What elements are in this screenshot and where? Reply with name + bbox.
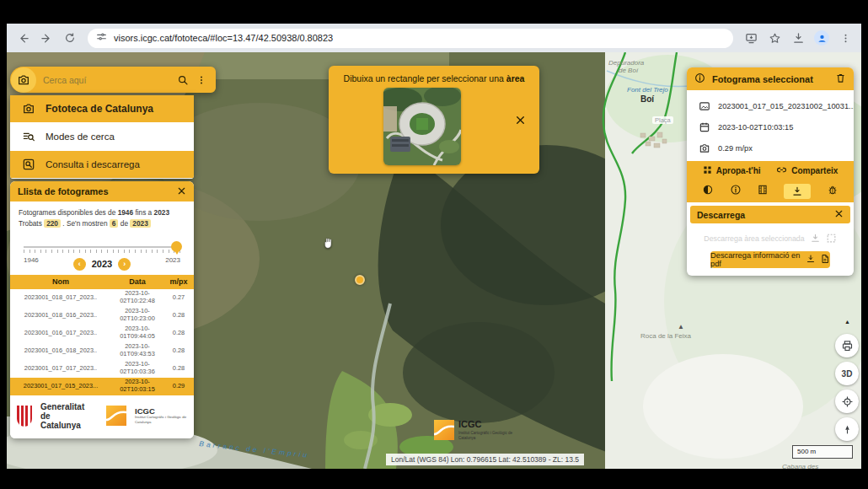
stadium-illustration	[383, 88, 461, 165]
sidebar-item-consulta[interactable]: Consulta i descarrega	[10, 151, 194, 179]
geolocate-button[interactable]	[835, 390, 859, 413]
camera-icon	[22, 102, 35, 116]
draw-rectangle-dialog: Dibuixa un rectangle per seleccionar una…	[329, 66, 539, 174]
sidebar-item-label: Consulta i descarrega	[46, 159, 140, 169]
dialog-close-icon[interactable]	[515, 114, 526, 129]
photo-date-row: 2023-10-02T10:03:15	[687, 116, 854, 137]
download-area-button[interactable]: Descarrega àrea seleccionada	[687, 228, 854, 250]
photo-datetime: 2023-10-02T10:03:15	[718, 123, 793, 132]
slider-handle[interactable]	[171, 241, 182, 252]
table-row[interactable]: 2023001_016_018_2023..2023-10-01T09:43:5…	[10, 342, 194, 360]
download-section-title: Descarrega	[697, 210, 745, 220]
report-bug-icon[interactable]	[827, 184, 839, 199]
downloads-icon[interactable]	[787, 27, 809, 49]
share-button[interactable]: Comparteix	[776, 164, 838, 177]
browser-menu-icon[interactable]	[834, 27, 856, 49]
download-section-header: Descarrega	[690, 206, 850, 223]
address-bar[interactable]: visors.icgc.cat/fototeca/#loc=13.47/42.5…	[88, 29, 733, 48]
example-area-thumbnail	[383, 88, 461, 165]
photo-name: 2023001_017_015_20231002_10031...	[718, 102, 854, 110]
photo-center-marker[interactable]	[355, 275, 365, 285]
generalitat-logo-icon	[17, 406, 32, 427]
download-close-icon[interactable]	[834, 209, 844, 220]
search-input[interactable]	[36, 75, 174, 85]
photo-details: 2023001_017_015_20231002_10031... 2023-1…	[687, 90, 854, 159]
filmstrip-icon[interactable]	[757, 184, 769, 199]
found-count-badge: 220	[44, 219, 61, 228]
dialog-instruction: Dibuixa un rectangle per seleccionar una…	[329, 73, 539, 83]
sidebar-item-fototeca[interactable]: Fototeca de Catalunya	[10, 95, 194, 123]
table-row-selected[interactable]: 2023001_017_015_2023...2023-10-02T10:03:…	[10, 378, 194, 395]
search-list-icon	[22, 130, 35, 143]
sidebar-item-label: Fototeca de Catalunya	[46, 103, 153, 115]
app-window: visors.icgc.cat/fototeca/#loc=13.47/42.5…	[0, 0, 868, 489]
map-label-placa: Plaça	[652, 116, 673, 124]
compass-north-button[interactable]	[835, 417, 859, 441]
table-row[interactable]: 2023001_018_017_2023..2023-10-02T10:22:4…	[10, 289, 194, 307]
availability-text: Fotogrames disponibles des de 1946 fins …	[10, 202, 194, 233]
slider-range-labels: 1946 2023	[24, 256, 180, 264]
photo-panel-header: Fotograma seleccionat	[687, 67, 854, 90]
fotogrames-table: Nom Data m/px 2023001_018_017_2023..2023…	[10, 275, 194, 395]
controls-expand-caret[interactable]: ▲	[844, 319, 850, 325]
map-canvas[interactable]: Depuradora de Boí Font del Trejo Boí Pla…	[7, 52, 861, 469]
map-label-cabana: Cabana des	[782, 463, 818, 469]
calendar-icon	[699, 121, 710, 133]
peak-icon: ▲	[678, 323, 684, 330]
download-icon	[806, 254, 816, 266]
year-badge: 2023	[130, 219, 150, 228]
hand-cursor	[322, 237, 335, 253]
table-row[interactable]: 2023001_017_017_2023..2023-10-02T10:03:3…	[10, 360, 194, 378]
photo-info-icon[interactable]	[730, 184, 742, 199]
close-icon[interactable]	[177, 186, 186, 197]
search-icon[interactable]	[174, 71, 192, 89]
shown-count-badge: 6	[110, 219, 119, 228]
icgc-logo-icon	[434, 420, 454, 440]
download-icon	[810, 233, 821, 245]
photo-actions: Apropa-t'hi Comparteix	[687, 161, 854, 202]
download-photo-icon[interactable]	[784, 184, 811, 199]
send-to-device-icon[interactable]	[740, 27, 762, 49]
sidebar-item-modes[interactable]: Modes de cerca	[10, 123, 194, 151]
sidebar-item-label: Modes de cerca	[46, 132, 115, 142]
year-slider[interactable]: 1946 2023	[10, 233, 194, 266]
camera-icon	[699, 142, 710, 154]
photo-name-row: 2023001_017_015_20231002_10031...	[687, 95, 854, 116]
camera-logo-icon[interactable]	[11, 67, 36, 93]
site-settings-icon[interactable]	[96, 30, 107, 46]
table-row[interactable]: 2023001_018_016_2023..2023-10-02T10:23:0…	[10, 307, 194, 325]
search-document-icon	[22, 158, 35, 171]
search-bar	[10, 67, 216, 93]
icgc-logo-icon	[106, 406, 126, 426]
download-pdf-button[interactable]: Descarrega informació en pdf	[710, 251, 830, 268]
page-url[interactable]: visors.icgc.cat/fototeca/#loc=13.47/42.5…	[114, 33, 333, 43]
table-row[interactable]: 2023001_016_017_2023..2023-10-01T09:44:0…	[10, 325, 194, 342]
map-label-font: Font del Trejo	[627, 86, 668, 94]
expand-grid-icon	[703, 165, 712, 176]
photo-panel-title: Fotograma seleccionat	[712, 74, 813, 84]
icgc-label: ICGC Institut Cartogràfic i Geològic de …	[135, 407, 187, 425]
link-icon	[776, 164, 787, 177]
zoom-to-photo-button[interactable]: Apropa-t'hi	[703, 165, 761, 176]
search-menu-icon[interactable]	[192, 71, 211, 89]
generalitat-label: Generalitat de Catalunya	[40, 402, 93, 430]
reload-icon[interactable]	[59, 27, 81, 49]
delete-trash-icon[interactable]	[835, 73, 846, 85]
contrast-icon[interactable]	[702, 184, 714, 199]
institution-footer: Generalitat de Catalunya ICGC Institut C…	[10, 395, 194, 438]
list-panel-header: Llista de fotogrames	[10, 181, 194, 202]
print-button[interactable]	[835, 334, 859, 357]
sidebar-menu: Fototeca de Catalunya Modes de cerca Con…	[10, 95, 194, 179]
bookmark-star-icon[interactable]	[764, 27, 785, 49]
profile-avatar[interactable]	[811, 27, 833, 49]
fotogrames-list-panel: Llista de fotogrames Fotogrames disponib…	[10, 181, 194, 438]
browser-toolbar: visors.icgc.cat/fototeca/#loc=13.47/42.5…	[7, 24, 861, 52]
3d-button[interactable]: 3D	[835, 362, 859, 385]
info-icon	[694, 73, 705, 85]
table-header-row: Nom Data m/px	[10, 275, 194, 289]
back-icon[interactable]	[12, 27, 34, 49]
forward-icon[interactable]	[35, 27, 57, 49]
slider-track[interactable]	[24, 246, 180, 248]
browser-content: visors.icgc.cat/fototeca/#loc=13.47/42.5…	[7, 24, 861, 469]
image-icon	[699, 100, 710, 112]
